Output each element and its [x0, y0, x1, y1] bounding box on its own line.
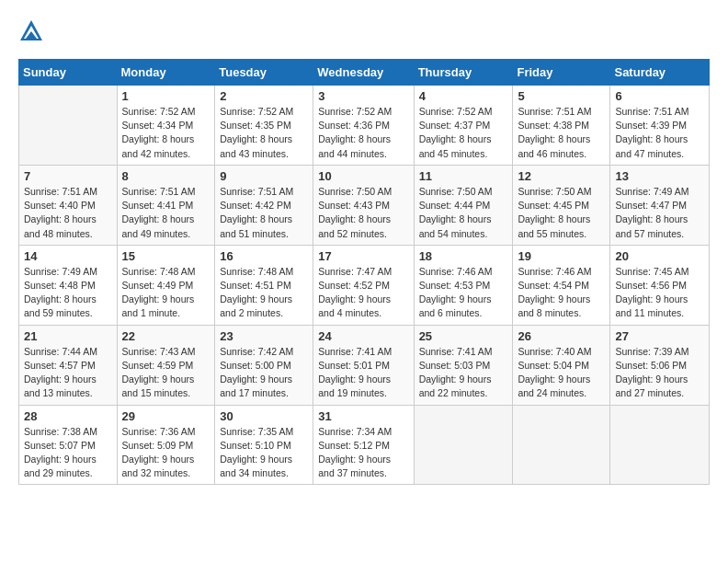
calendar-cell: 25Sunrise: 7:41 AMSunset: 5:03 PMDayligh…: [414, 325, 513, 405]
day-info: Sunrise: 7:45 AMSunset: 4:56 PMDaylight:…: [615, 265, 704, 321]
day-number: 7: [24, 169, 112, 183]
day-number: 17: [318, 249, 408, 263]
calendar-cell: 30Sunrise: 7:35 AMSunset: 5:10 PMDayligh…: [215, 405, 313, 485]
day-info: Sunrise: 7:43 AMSunset: 4:59 PMDaylight:…: [122, 345, 210, 401]
calendar-cell: 14Sunrise: 7:49 AMSunset: 4:48 PMDayligh…: [19, 245, 118, 325]
day-info: Sunrise: 7:52 AMSunset: 4:34 PMDaylight:…: [122, 105, 210, 161]
day-number: 20: [615, 249, 704, 263]
calendar-cell: 2Sunrise: 7:52 AMSunset: 4:35 PMDaylight…: [215, 86, 313, 166]
day-info: Sunrise: 7:49 AMSunset: 4:47 PMDaylight:…: [615, 185, 704, 241]
day-info: Sunrise: 7:46 AMSunset: 4:54 PMDaylight:…: [518, 265, 605, 321]
header-day-sunday: Sunday: [19, 60, 118, 86]
calendar-cell: [19, 86, 118, 166]
header: [18, 18, 710, 44]
day-number: 18: [419, 249, 508, 263]
day-number: 16: [220, 249, 308, 263]
day-number: 6: [615, 89, 704, 103]
day-info: Sunrise: 7:41 AMSunset: 5:01 PMDaylight:…: [318, 345, 408, 401]
calendar-cell: [513, 405, 610, 485]
day-number: 23: [220, 329, 308, 343]
header-day-tuesday: Tuesday: [215, 60, 313, 86]
calendar-header: SundayMondayTuesdayWednesdayThursdayFrid…: [19, 60, 710, 86]
day-info: Sunrise: 7:51 AMSunset: 4:42 PMDaylight:…: [220, 185, 308, 241]
day-info: Sunrise: 7:52 AMSunset: 4:37 PMDaylight:…: [419, 105, 508, 161]
day-number: 4: [419, 89, 508, 103]
header-day-thursday: Thursday: [414, 60, 513, 86]
calendar-week-3: 14Sunrise: 7:49 AMSunset: 4:48 PMDayligh…: [19, 245, 710, 325]
day-number: 25: [419, 329, 508, 343]
logo: [18, 18, 48, 44]
day-info: Sunrise: 7:47 AMSunset: 4:52 PMDaylight:…: [318, 265, 408, 321]
day-number: 19: [518, 249, 605, 263]
day-info: Sunrise: 7:35 AMSunset: 5:10 PMDaylight:…: [220, 425, 308, 481]
calendar-week-5: 28Sunrise: 7:38 AMSunset: 5:07 PMDayligh…: [19, 405, 710, 485]
calendar-cell: 8Sunrise: 7:51 AMSunset: 4:41 PMDaylight…: [117, 165, 215, 245]
day-info: Sunrise: 7:52 AMSunset: 4:35 PMDaylight:…: [220, 105, 308, 161]
calendar-cell: 6Sunrise: 7:51 AMSunset: 4:39 PMDaylight…: [610, 86, 710, 166]
day-number: 26: [518, 329, 605, 343]
calendar-week-1: 1Sunrise: 7:52 AMSunset: 4:34 PMDaylight…: [19, 86, 710, 166]
header-day-friday: Friday: [513, 60, 610, 86]
calendar-cell: 26Sunrise: 7:40 AMSunset: 5:04 PMDayligh…: [513, 325, 610, 405]
day-number: 14: [24, 249, 112, 263]
day-number: 29: [122, 409, 210, 423]
day-info: Sunrise: 7:50 AMSunset: 4:45 PMDaylight:…: [518, 185, 605, 241]
day-number: 21: [24, 329, 112, 343]
calendar-cell: 23Sunrise: 7:42 AMSunset: 5:00 PMDayligh…: [215, 325, 313, 405]
calendar-cell: 13Sunrise: 7:49 AMSunset: 4:47 PMDayligh…: [610, 165, 710, 245]
calendar-cell: 5Sunrise: 7:51 AMSunset: 4:38 PMDaylight…: [513, 86, 610, 166]
calendar-body: 1Sunrise: 7:52 AMSunset: 4:34 PMDaylight…: [19, 86, 710, 485]
day-info: Sunrise: 7:51 AMSunset: 4:39 PMDaylight:…: [615, 105, 704, 161]
calendar-cell: 4Sunrise: 7:52 AMSunset: 4:37 PMDaylight…: [414, 86, 513, 166]
header-day-monday: Monday: [117, 60, 215, 86]
day-info: Sunrise: 7:46 AMSunset: 4:53 PMDaylight:…: [419, 265, 508, 321]
page: SundayMondayTuesdayWednesdayThursdayFrid…: [0, 0, 728, 563]
calendar-cell: 29Sunrise: 7:36 AMSunset: 5:09 PMDayligh…: [117, 405, 215, 485]
day-number: 9: [220, 169, 308, 183]
calendar-cell: 31Sunrise: 7:34 AMSunset: 5:12 PMDayligh…: [313, 405, 414, 485]
header-day-saturday: Saturday: [610, 60, 710, 86]
calendar-cell: 24Sunrise: 7:41 AMSunset: 5:01 PMDayligh…: [313, 325, 414, 405]
calendar-cell: 9Sunrise: 7:51 AMSunset: 4:42 PMDaylight…: [215, 165, 313, 245]
calendar-cell: 20Sunrise: 7:45 AMSunset: 4:56 PMDayligh…: [610, 245, 710, 325]
calendar-cell: 10Sunrise: 7:50 AMSunset: 4:43 PMDayligh…: [313, 165, 414, 245]
calendar-cell: [610, 405, 710, 485]
day-info: Sunrise: 7:38 AMSunset: 5:07 PMDaylight:…: [24, 425, 112, 481]
calendar-cell: 21Sunrise: 7:44 AMSunset: 4:57 PMDayligh…: [19, 325, 118, 405]
day-number: 12: [518, 169, 605, 183]
calendar-cell: 11Sunrise: 7:50 AMSunset: 4:44 PMDayligh…: [414, 165, 513, 245]
header-day-wednesday: Wednesday: [313, 60, 414, 86]
day-info: Sunrise: 7:49 AMSunset: 4:48 PMDaylight:…: [24, 265, 112, 321]
calendar-cell: [414, 405, 513, 485]
day-number: 11: [419, 169, 508, 183]
calendar-cell: 3Sunrise: 7:52 AMSunset: 4:36 PMDaylight…: [313, 86, 414, 166]
calendar-cell: 1Sunrise: 7:52 AMSunset: 4:34 PMDaylight…: [117, 86, 215, 166]
day-info: Sunrise: 7:42 AMSunset: 5:00 PMDaylight:…: [220, 345, 308, 401]
day-number: 2: [220, 89, 308, 103]
day-number: 8: [122, 169, 210, 183]
logo-icon: [18, 18, 44, 44]
calendar-week-2: 7Sunrise: 7:51 AMSunset: 4:40 PMDaylight…: [19, 165, 710, 245]
day-number: 28: [24, 409, 112, 423]
calendar-cell: 12Sunrise: 7:50 AMSunset: 4:45 PMDayligh…: [513, 165, 610, 245]
day-number: 13: [615, 169, 704, 183]
day-number: 15: [122, 249, 210, 263]
day-number: 5: [518, 89, 605, 103]
calendar-cell: 18Sunrise: 7:46 AMSunset: 4:53 PMDayligh…: [414, 245, 513, 325]
day-info: Sunrise: 7:44 AMSunset: 4:57 PMDaylight:…: [24, 345, 112, 401]
day-info: Sunrise: 7:36 AMSunset: 5:09 PMDaylight:…: [122, 425, 210, 481]
day-number: 10: [318, 169, 408, 183]
day-info: Sunrise: 7:51 AMSunset: 4:38 PMDaylight:…: [518, 105, 605, 161]
calendar-cell: 7Sunrise: 7:51 AMSunset: 4:40 PMDaylight…: [19, 165, 118, 245]
calendar-cell: 15Sunrise: 7:48 AMSunset: 4:49 PMDayligh…: [117, 245, 215, 325]
calendar-cell: 27Sunrise: 7:39 AMSunset: 5:06 PMDayligh…: [610, 325, 710, 405]
calendar-table: SundayMondayTuesdayWednesdayThursdayFrid…: [18, 59, 710, 485]
day-info: Sunrise: 7:40 AMSunset: 5:04 PMDaylight:…: [518, 345, 605, 401]
calendar-cell: 22Sunrise: 7:43 AMSunset: 4:59 PMDayligh…: [117, 325, 215, 405]
day-info: Sunrise: 7:50 AMSunset: 4:43 PMDaylight:…: [318, 185, 408, 241]
day-number: 30: [220, 409, 308, 423]
calendar-cell: 19Sunrise: 7:46 AMSunset: 4:54 PMDayligh…: [513, 245, 610, 325]
calendar-cell: 16Sunrise: 7:48 AMSunset: 4:51 PMDayligh…: [215, 245, 313, 325]
day-info: Sunrise: 7:51 AMSunset: 4:41 PMDaylight:…: [122, 185, 210, 241]
day-info: Sunrise: 7:48 AMSunset: 4:51 PMDaylight:…: [220, 265, 308, 321]
